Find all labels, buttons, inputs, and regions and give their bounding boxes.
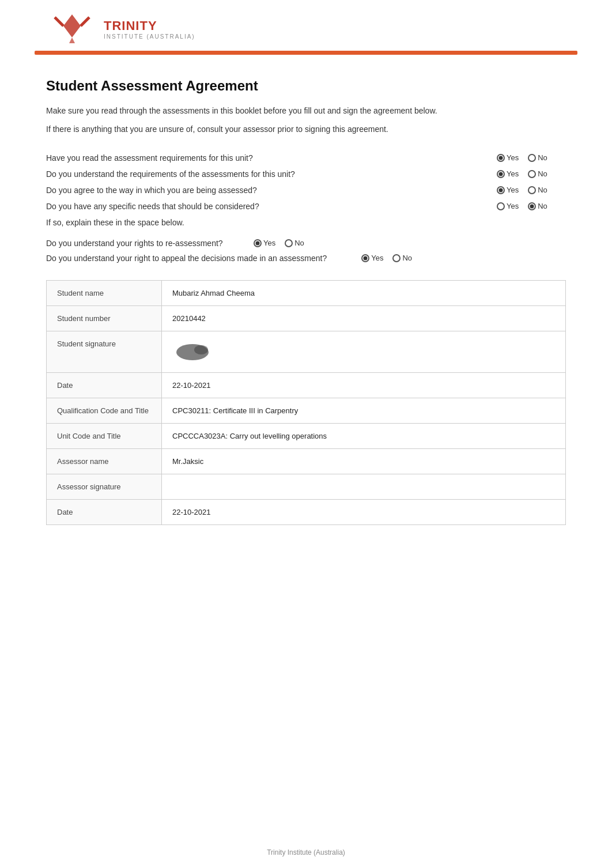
short-radio-circle-yes-1[interactable] xyxy=(254,239,262,247)
radio-group-4: Yes No xyxy=(497,202,566,210)
footer-text: Trinity Institute (Australia) xyxy=(267,848,345,856)
radio-circle-yes-1[interactable] xyxy=(497,154,505,162)
question-text-2: Do you understand the requirements of th… xyxy=(46,169,497,179)
table-row-date-student: Date 22-10-2021 xyxy=(47,372,566,398)
no-label-1: No xyxy=(538,153,547,162)
if-so-text: If so, explain these in the space below. xyxy=(46,218,566,227)
short-question-row-1: Do you understand your rights to re-asse… xyxy=(46,239,566,248)
question-row-3: Do you agree to the way in which you are… xyxy=(46,186,566,195)
question-row-4: Do you have any specific needs that shou… xyxy=(46,202,566,211)
radio-circle-no-2[interactable] xyxy=(528,170,536,178)
value-unit: CPCCCA3023A: Carry out levelling operati… xyxy=(162,423,566,448)
yes-label-2: Yes xyxy=(507,169,519,178)
short-no-label-1: No xyxy=(294,239,304,247)
radio-no-3[interactable]: No xyxy=(528,186,547,194)
radio-group-2: Yes No xyxy=(497,169,566,178)
short-radio-no-2[interactable]: No xyxy=(392,254,412,262)
logo-area: TRINITY INSTITUTE (AUSTRALIA) xyxy=(35,12,577,46)
label-date-student: Date xyxy=(47,372,162,398)
radio-yes-3[interactable]: Yes xyxy=(497,186,519,194)
radio-yes-4[interactable]: Yes xyxy=(497,202,519,210)
svg-marker-0 xyxy=(63,14,81,37)
label-student-name: Student name xyxy=(47,280,162,305)
radio-circle-yes-3[interactable] xyxy=(497,186,505,194)
value-assessor-name: Mr.Jaksic xyxy=(162,448,566,474)
label-student-number: Student number xyxy=(47,305,162,331)
value-date-assessor: 22-10-2021 xyxy=(162,499,566,524)
short-question-text-2: Do you understand your right to appeal t… xyxy=(46,254,327,263)
short-question-text-1: Do you understand your rights to re-asse… xyxy=(46,239,254,248)
logo-icon xyxy=(52,12,92,46)
radio-circle-no-4[interactable] xyxy=(528,202,536,210)
yes-label-3: Yes xyxy=(507,186,519,194)
label-assessor-signature: Assessor signature xyxy=(47,474,162,499)
student-signature-svg xyxy=(172,339,218,363)
label-qualification: Qualification Code and Title xyxy=(47,398,162,423)
page-footer: Trinity Institute (Australia) xyxy=(0,848,612,856)
svg-marker-1 xyxy=(69,37,75,43)
radio-yes-1[interactable]: Yes xyxy=(497,153,519,162)
question-row-2: Do you understand the requirements of th… xyxy=(46,169,566,179)
value-assessor-signature xyxy=(162,474,566,499)
short-radio-group-2: Yes No xyxy=(361,254,412,262)
radio-circle-no-1[interactable] xyxy=(528,154,536,162)
page-header: TRINITY INSTITUTE (AUSTRALIA) xyxy=(0,0,612,55)
value-student-name: Mubariz Ahmad Cheema xyxy=(162,280,566,305)
short-radio-group-1: Yes No xyxy=(254,239,304,247)
value-date-student: 22-10-2021 xyxy=(162,372,566,398)
radio-group-3: Yes No xyxy=(497,186,566,194)
institute-name: TRINITY xyxy=(104,18,195,33)
main-content: Student Assessment Agreement Make sure y… xyxy=(0,55,612,560)
no-label-4: No xyxy=(538,202,547,210)
label-student-signature: Student signature xyxy=(47,331,162,372)
intro-paragraph-1: Make sure you read through the assessmen… xyxy=(46,104,566,117)
table-row-assessor-name: Assessor name Mr.Jaksic xyxy=(47,448,566,474)
svg-line-2 xyxy=(55,17,63,26)
short-no-label-2: No xyxy=(402,254,412,262)
short-radio-circle-no-2[interactable] xyxy=(392,254,401,262)
radio-circle-yes-4[interactable] xyxy=(497,202,505,210)
logo-text: TRINITY INSTITUTE (AUSTRALIA) xyxy=(104,18,195,40)
label-date-assessor: Date xyxy=(47,499,162,524)
table-row-unit: Unit Code and Title CPCCCA3023A: Carry o… xyxy=(47,423,566,448)
no-label-2: No xyxy=(538,169,547,178)
page-title: Student Assessment Agreement xyxy=(46,78,566,94)
svg-point-5 xyxy=(194,345,208,354)
radio-circle-no-3[interactable] xyxy=(528,186,536,194)
label-assessor-name: Assessor name xyxy=(47,448,162,474)
table-row-date-assessor: Date 22-10-2021 xyxy=(47,499,566,524)
institute-tagline: INSTITUTE (AUSTRALIA) xyxy=(104,33,195,40)
short-radio-circle-yes-2[interactable] xyxy=(361,254,369,262)
questions-section: Have you read the assessment requirement… xyxy=(46,153,566,263)
table-row-student-number: Student number 20210442 xyxy=(47,305,566,331)
short-radio-circle-no-1[interactable] xyxy=(285,239,293,247)
radio-no-4[interactable]: No xyxy=(528,202,547,210)
short-radio-yes-2[interactable]: Yes xyxy=(361,254,383,262)
short-yes-label-2: Yes xyxy=(371,254,383,262)
table-row-student-signature: Student signature xyxy=(47,331,566,372)
radio-group-1: Yes No xyxy=(497,153,566,162)
short-yes-label-1: Yes xyxy=(263,239,275,247)
radio-circle-yes-2[interactable] xyxy=(497,170,505,178)
value-student-signature xyxy=(162,331,566,372)
label-unit: Unit Code and Title xyxy=(47,423,162,448)
short-radio-yes-1[interactable]: Yes xyxy=(254,239,275,247)
table-row-qualification: Qualification Code and Title CPC30211: C… xyxy=(47,398,566,423)
question-text-4: Do you have any specific needs that shou… xyxy=(46,202,497,211)
svg-line-3 xyxy=(81,17,89,26)
table-row-assessor-signature: Assessor signature xyxy=(47,474,566,499)
question-row-1: Have you read the assessment requirement… xyxy=(46,153,566,163)
table-row-student-name: Student name Mubariz Ahmad Cheema xyxy=(47,280,566,305)
radio-no-2[interactable]: No xyxy=(528,169,547,178)
yes-label-4: Yes xyxy=(507,202,519,210)
radio-yes-2[interactable]: Yes xyxy=(497,169,519,178)
value-student-number: 20210442 xyxy=(162,305,566,331)
header-divider xyxy=(35,51,577,55)
value-qualification: CPC30211: Certificate III in Carpentry xyxy=(162,398,566,423)
info-table: Student name Mubariz Ahmad Cheema Studen… xyxy=(46,280,566,525)
radio-no-1[interactable]: No xyxy=(528,153,547,162)
question-text-3: Do you agree to the way in which you are… xyxy=(46,186,497,195)
short-question-row-2: Do you understand your right to appeal t… xyxy=(46,254,566,263)
question-text-1: Have you read the assessment requirement… xyxy=(46,153,497,163)
short-radio-no-1[interactable]: No xyxy=(285,239,304,247)
